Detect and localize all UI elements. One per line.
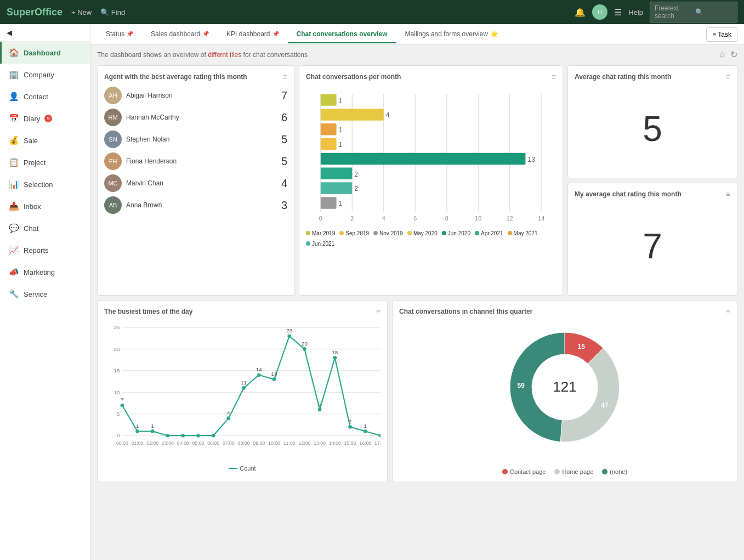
legend-dot-apr2021 bbox=[475, 231, 479, 235]
svg-rect-20 bbox=[321, 123, 337, 135]
tabbar: Status 📌 Sales dashboard 📌 KPI dashboard… bbox=[90, 24, 744, 45]
avg-rating-title: Average chat rating this month bbox=[575, 73, 671, 81]
svg-point-65 bbox=[135, 429, 139, 433]
tab-kpi-dashboard[interactable]: KPI dashboard 📌 bbox=[218, 26, 287, 43]
sidebar-item-selection[interactable]: 📊 Selection bbox=[0, 173, 90, 195]
svg-point-70 bbox=[181, 434, 185, 438]
svg-point-77 bbox=[257, 373, 261, 377]
right-column: Average chat rating this month ≡ 5 My av… bbox=[567, 65, 737, 296]
svg-point-87 bbox=[333, 356, 337, 360]
sidebar-item-sale[interactable]: 💰 Sale bbox=[0, 129, 90, 151]
agent-score: 3 bbox=[281, 199, 287, 212]
bar-chart-header: Chat conversations per month ≡ bbox=[306, 72, 556, 81]
svg-text:11: 11 bbox=[241, 380, 247, 386]
agent-tile-menu-icon[interactable]: ≡ bbox=[283, 72, 287, 81]
sidebar-item-service[interactable]: 🔧 Service bbox=[0, 283, 90, 305]
dashboard-area: The dashboard shows an overview of diffe… bbox=[90, 45, 744, 560]
sidebar-item-dashboard[interactable]: 🏠 Dashboard bbox=[0, 42, 90, 64]
legend-nov2019: Nov 2019 bbox=[373, 230, 403, 236]
svg-text:7: 7 bbox=[121, 397, 123, 403]
svg-text:6: 6 bbox=[413, 215, 417, 222]
legend-jun2021: Jun 2021 bbox=[306, 241, 334, 247]
search-box[interactable]: Freetext search 🔍 bbox=[650, 2, 737, 22]
agent-avatar: AB bbox=[104, 196, 122, 214]
my-avg-rating-tile: My average chat rating this month ≡ 7 bbox=[567, 183, 737, 296]
line-chart-svg: 051015202500:0001:0002:0003:0004:0005:00… bbox=[104, 321, 380, 460]
project-icon: 📋 bbox=[8, 157, 19, 168]
sidebar-item-chat[interactable]: 💬 Chat bbox=[0, 217, 90, 239]
tab-mailings-overview[interactable]: Mailings and forms overview ⭐ bbox=[396, 26, 507, 43]
agent-tile-header: Agent with the best average rating this … bbox=[104, 72, 287, 81]
svg-text:18: 18 bbox=[332, 349, 338, 355]
agent-name: Stephen Nolan bbox=[126, 135, 277, 143]
sidebar-item-diary[interactable]: 📅 Diary 9 bbox=[0, 108, 90, 129]
new-button[interactable]: + New bbox=[71, 8, 92, 16]
agent-row: SN Stephen Nolan 5 bbox=[104, 131, 287, 148]
notification-icon[interactable]: 🔔 bbox=[575, 7, 586, 18]
agent-row: HM Hannah McCarthy 6 bbox=[104, 109, 287, 126]
menu-icon[interactable]: ☰ bbox=[614, 7, 622, 18]
avg-rating-header: Average chat rating this month ≡ bbox=[575, 72, 730, 81]
svg-text:10: 10 bbox=[475, 215, 481, 222]
tab-sales-dashboard[interactable]: Sales dashboard 📌 bbox=[142, 26, 218, 43]
donut-svg: 154759121 bbox=[488, 321, 641, 464]
svg-point-75 bbox=[242, 386, 246, 390]
sidebar-item-company[interactable]: 🏢 Company bbox=[0, 64, 90, 86]
line-legend-label: Count bbox=[240, 465, 255, 472]
svg-text:15:00: 15:00 bbox=[344, 440, 356, 446]
tab-chat-overview[interactable]: Chat conversations overview bbox=[288, 26, 396, 43]
svg-text:02:00: 02:00 bbox=[146, 440, 158, 446]
my-avg-rating-menu-icon[interactable]: ≡ bbox=[726, 190, 730, 199]
sidebar-item-reports[interactable]: 📈 Reports bbox=[0, 239, 90, 261]
avg-rating-menu-icon[interactable]: ≡ bbox=[726, 72, 730, 81]
busiest-title: The busiest times of the day bbox=[104, 308, 192, 315]
bar-chart-menu-icon[interactable]: ≡ bbox=[552, 72, 556, 81]
user-avatar[interactable]: U bbox=[592, 4, 607, 20]
agent-score: 7 bbox=[281, 89, 287, 102]
topbar: SuperOffice + New 🔍 Find 🔔 U ☰ Help Free… bbox=[0, 0, 744, 24]
task-button[interactable]: ≡ Task bbox=[706, 27, 737, 42]
svg-rect-24 bbox=[321, 153, 526, 165]
channel-menu-icon[interactable]: ≡ bbox=[726, 307, 730, 316]
agent-name: Marvin Chan bbox=[126, 179, 277, 187]
bar-chart-svg: 02468101214141113221 bbox=[306, 87, 556, 227]
help-button[interactable]: Help bbox=[628, 8, 643, 16]
status-pin-icon: 📌 bbox=[127, 31, 133, 37]
favorite-button[interactable]: ☆ bbox=[718, 49, 726, 60]
svg-point-81 bbox=[287, 334, 291, 338]
svg-point-79 bbox=[272, 377, 276, 381]
legend-mar2019: Mar 2019 bbox=[306, 230, 335, 236]
find-button[interactable]: 🔍 Find bbox=[100, 8, 125, 16]
svg-text:12: 12 bbox=[507, 215, 513, 222]
sidebar-item-marketing[interactable]: 📣 Marketing bbox=[0, 261, 90, 283]
svg-text:2: 2 bbox=[349, 418, 351, 425]
search-icon: 🔍 bbox=[695, 8, 732, 16]
svg-text:07:00: 07:00 bbox=[223, 440, 235, 446]
dashboard-header: The dashboard shows an overview of diffe… bbox=[97, 49, 737, 60]
sidebar-item-contact[interactable]: 👤 Contact bbox=[0, 86, 90, 108]
my-avg-rating-header: My average chat rating this month ≡ bbox=[575, 190, 730, 199]
legend-may2020: May 2020 bbox=[407, 230, 438, 236]
tab-status[interactable]: Status 📌 bbox=[97, 26, 142, 43]
sidebar-item-project[interactable]: 📋 Project bbox=[0, 151, 90, 173]
busiest-menu-icon[interactable]: ≡ bbox=[376, 307, 380, 316]
logo-text: SuperOffice bbox=[7, 7, 63, 18]
marketing-icon: 📣 bbox=[8, 267, 19, 278]
dashboard-row-1: Agent with the best average rating this … bbox=[97, 65, 737, 296]
svg-text:1: 1 bbox=[339, 126, 343, 134]
agent-row: AH Abigail Harrison 7 bbox=[104, 87, 287, 104]
dashboard-icon: 🏠 bbox=[8, 47, 19, 58]
svg-point-89 bbox=[348, 425, 352, 429]
svg-text:09:00: 09:00 bbox=[253, 440, 265, 446]
agent-name: Hannah McCarthy bbox=[126, 114, 277, 121]
agent-avatar: AH bbox=[104, 87, 122, 104]
dashboard-actions: ☆ ↻ bbox=[718, 49, 737, 60]
sidebar-item-inbox[interactable]: 📥 Inbox bbox=[0, 195, 90, 217]
app-layout: ◀ 🏠 Dashboard 🏢 Company 👤 Contact 📅 Diar… bbox=[0, 24, 744, 560]
sidebar-toggle[interactable]: ◀ bbox=[0, 24, 90, 42]
svg-text:4: 4 bbox=[227, 410, 230, 416]
refresh-button[interactable]: ↻ bbox=[730, 49, 737, 60]
dashboard-description: The dashboard shows an overview of diffe… bbox=[97, 51, 308, 59]
main-content: Status 📌 Sales dashboard 📌 KPI dashboard… bbox=[90, 24, 744, 560]
svg-text:121: 121 bbox=[553, 378, 576, 395]
